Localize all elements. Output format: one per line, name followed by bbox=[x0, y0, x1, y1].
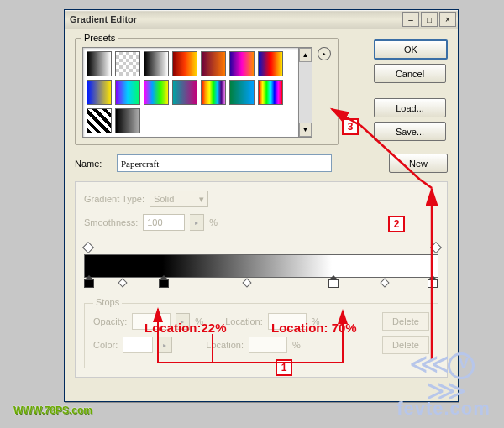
name-label: Name: bbox=[75, 159, 112, 169]
preset-swatch[interactable] bbox=[115, 108, 140, 133]
smoothness-input[interactable]: 100 bbox=[143, 214, 185, 231]
preset-swatch[interactable] bbox=[172, 80, 197, 105]
preset-swatch[interactable] bbox=[144, 51, 169, 76]
preset-swatch[interactable] bbox=[201, 51, 226, 76]
close-button[interactable]: × bbox=[439, 12, 456, 27]
stops-legend: Stops bbox=[93, 297, 122, 307]
save-button[interactable]: Save... bbox=[374, 122, 446, 141]
minimize-button[interactable]: – bbox=[402, 12, 419, 27]
preset-swatch[interactable] bbox=[201, 80, 226, 105]
color-label: Color: bbox=[93, 340, 118, 350]
midpoint-diamond[interactable] bbox=[118, 278, 128, 287]
gradient-type-select[interactable]: Solid▾ bbox=[150, 191, 208, 207]
gradient-settings-panel: Gradient Type: Solid▾ Smoothness: 100 ▸ … bbox=[75, 181, 448, 378]
presets-flyout-icon[interactable]: ▸ bbox=[318, 47, 331, 60]
percent-label: % bbox=[312, 316, 320, 326]
color-picker-stepper: ▸ bbox=[158, 337, 172, 353]
stops-fieldset: Stops Opacity: ▸ % Location: % Delete Co… bbox=[84, 303, 438, 368]
opacity-label: Opacity: bbox=[93, 316, 127, 326]
preset-swatch[interactable] bbox=[229, 51, 255, 76]
color-well bbox=[123, 337, 153, 353]
gradient-editor-dialog: Gradient Editor – □ × Presets ▲ ▼ ▸ OK C… bbox=[64, 9, 459, 402]
opacity-stop[interactable] bbox=[82, 242, 94, 253]
color-stop[interactable] bbox=[84, 279, 92, 290]
watermark-fevte: ⋘V⋙ fevte.com bbox=[393, 352, 494, 420]
presets-fieldset: Presets ▲ ▼ ▸ bbox=[75, 38, 339, 145]
location-label: Location: bbox=[225, 316, 263, 326]
preset-swatch[interactable] bbox=[258, 51, 283, 76]
color-stop-rail[interactable] bbox=[84, 278, 438, 290]
location-input bbox=[268, 313, 307, 330]
new-button[interactable]: New bbox=[389, 154, 448, 173]
delete-opacity-stop-button: Delete bbox=[382, 312, 429, 331]
color-stop[interactable] bbox=[159, 279, 167, 290]
presets-grid[interactable] bbox=[82, 47, 299, 138]
color-stop[interactable] bbox=[328, 279, 337, 290]
cancel-button[interactable]: Cancel bbox=[374, 64, 446, 83]
percent-label: % bbox=[195, 316, 203, 326]
midpoint-diamond[interactable] bbox=[242, 278, 251, 287]
opacity-input bbox=[132, 313, 171, 330]
opacity-stop[interactable] bbox=[429, 242, 441, 253]
opacity-stepper: ▸ bbox=[176, 313, 190, 330]
preset-swatch[interactable] bbox=[144, 80, 169, 105]
presets-legend: Presets bbox=[81, 33, 118, 43]
preset-swatch[interactable] bbox=[87, 80, 112, 105]
smoothness-label: Smoothness: bbox=[84, 217, 138, 227]
midpoint-diamond[interactable] bbox=[381, 278, 390, 287]
color-location-input bbox=[249, 337, 287, 353]
ok-button[interactable]: OK bbox=[374, 39, 448, 60]
window-title: Gradient Editor bbox=[70, 14, 401, 24]
scroll-down-button[interactable]: ▼ bbox=[299, 123, 312, 137]
color-stop[interactable] bbox=[428, 279, 436, 290]
name-row: Name: New bbox=[75, 154, 448, 173]
opacity-stop-rail[interactable] bbox=[84, 243, 438, 254]
preset-swatch[interactable] bbox=[172, 51, 197, 76]
dialog-button-column: OK Cancel Load... Save... bbox=[374, 39, 448, 141]
presets-scrollbar[interactable]: ▲ ▼ bbox=[299, 47, 313, 138]
gradient-type-label: Gradient Type: bbox=[84, 194, 144, 204]
preset-swatch[interactable] bbox=[115, 51, 140, 76]
load-button[interactable]: Load... bbox=[374, 98, 446, 117]
titlebar[interactable]: Gradient Editor – □ × bbox=[65, 10, 458, 29]
preset-swatch[interactable] bbox=[229, 80, 255, 105]
percent-label: % bbox=[209, 217, 218, 227]
scroll-up-button[interactable]: ▲ bbox=[299, 48, 312, 62]
gradient-bar-area bbox=[84, 243, 438, 290]
preset-swatch[interactable] bbox=[258, 80, 283, 105]
smoothness-stepper[interactable]: ▸ bbox=[190, 214, 204, 231]
watermark-78ps: WWW.78PS.com bbox=[13, 405, 92, 416]
name-input[interactable] bbox=[117, 154, 332, 172]
preset-swatch[interactable] bbox=[87, 51, 112, 76]
preset-swatch[interactable] bbox=[115, 80, 140, 105]
percent-label: % bbox=[292, 340, 301, 350]
location-label: Location: bbox=[206, 340, 244, 350]
maximize-button[interactable]: □ bbox=[421, 12, 438, 27]
preset-swatch[interactable] bbox=[87, 108, 112, 133]
gradient-preview-bar[interactable] bbox=[84, 254, 438, 278]
scroll-track[interactable] bbox=[299, 62, 312, 123]
wings-icon: ⋘V⋙ bbox=[393, 352, 494, 401]
chevron-down-icon: ▾ bbox=[199, 194, 204, 205]
